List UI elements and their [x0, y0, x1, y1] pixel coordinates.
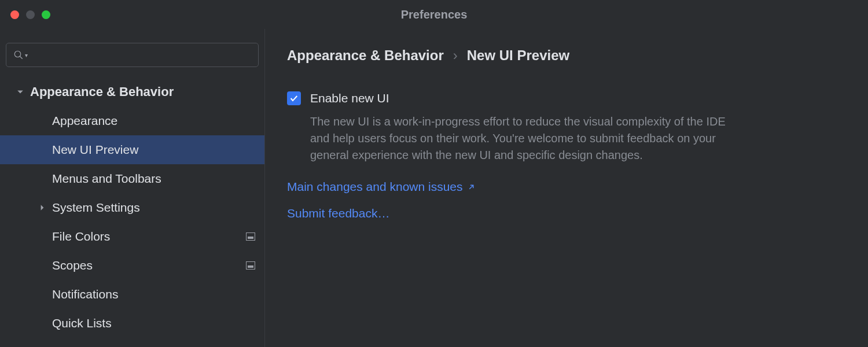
checkmark-icon — [289, 94, 299, 103]
window-title: Preferences — [401, 8, 468, 21]
search-dropdown-icon[interactable]: ▾ — [25, 52, 28, 58]
external-link-icon — [468, 183, 475, 191]
sidebar-item-label: File Colors — [52, 230, 246, 243]
sidebar-item-label: Notifications — [52, 287, 255, 301]
title-bar: Preferences — [0, 0, 868, 29]
search-input[interactable]: ▾ — [6, 43, 259, 67]
breadcrumb-part-1: Appearance & Behavior — [287, 47, 444, 64]
sidebar-item-notifications[interactable]: Notifications — [0, 280, 264, 309]
chevron-right-icon — [36, 204, 49, 211]
enable-new-ui-checkbox[interactable] — [287, 91, 301, 105]
sidebar-item-label: Quick Lists — [52, 316, 255, 330]
svg-line-2 — [469, 185, 473, 189]
sidebar-item-system-settings[interactable]: System Settings — [0, 193, 264, 222]
enable-new-ui-row: Enable new UI — [287, 91, 846, 105]
main-container: ▾ Appearance & Behavior AppearanceNew UI… — [0, 29, 868, 347]
submit-feedback-link-text: Submit feedback… — [287, 206, 389, 220]
project-level-icon — [246, 261, 255, 270]
content-pane: Appearance & Behavior › New UI Preview E… — [265, 29, 868, 347]
sidebar-category-appearance-behavior[interactable]: Appearance & Behavior — [0, 77, 264, 106]
sidebar-item-label: Appearance — [52, 114, 255, 128]
minimize-window-button[interactable] — [26, 10, 35, 19]
window-controls — [10, 10, 50, 19]
chevron-down-icon — [14, 88, 27, 95]
sidebar-item-label: Scopes — [52, 259, 246, 272]
enable-new-ui-label: Enable new UI — [310, 91, 389, 105]
sidebar-item-label: Menus and Toolbars — [52, 172, 255, 186]
breadcrumb: Appearance & Behavior › New UI Preview — [287, 47, 846, 64]
sidebar-item-scopes[interactable]: Scopes — [0, 251, 264, 280]
sidebar-item-menus-and-toolbars[interactable]: Menus and Toolbars — [0, 164, 264, 193]
main-changes-link[interactable]: Main changes and known issues — [287, 180, 846, 194]
svg-point-0 — [14, 51, 21, 57]
breadcrumb-part-2: New UI Preview — [467, 47, 569, 64]
search-icon — [13, 50, 24, 60]
project-level-icon — [246, 232, 255, 241]
sidebar-item-file-colors[interactable]: File Colors — [0, 222, 264, 251]
submit-feedback-link[interactable]: Submit feedback… — [287, 206, 846, 220]
main-changes-link-text: Main changes and known issues — [287, 180, 463, 194]
sidebar-item-appearance[interactable]: Appearance — [0, 106, 264, 135]
breadcrumb-separator: › — [453, 47, 458, 64]
sidebar-item-new-ui-preview[interactable]: New UI Preview — [0, 135, 264, 164]
sidebar-item-quick-lists[interactable]: Quick Lists — [0, 309, 264, 338]
new-ui-description: The new UI is a work-in-progress effort … — [310, 113, 727, 164]
sidebar-item-label: New UI Preview — [52, 143, 255, 157]
close-window-button[interactable] — [10, 10, 19, 19]
svg-line-1 — [20, 56, 23, 59]
sidebar: ▾ Appearance & Behavior AppearanceNew UI… — [0, 29, 265, 347]
sidebar-item-label: System Settings — [52, 201, 255, 215]
maximize-window-button[interactable] — [42, 10, 50, 19]
sidebar-category-label: Appearance & Behavior — [30, 84, 255, 99]
